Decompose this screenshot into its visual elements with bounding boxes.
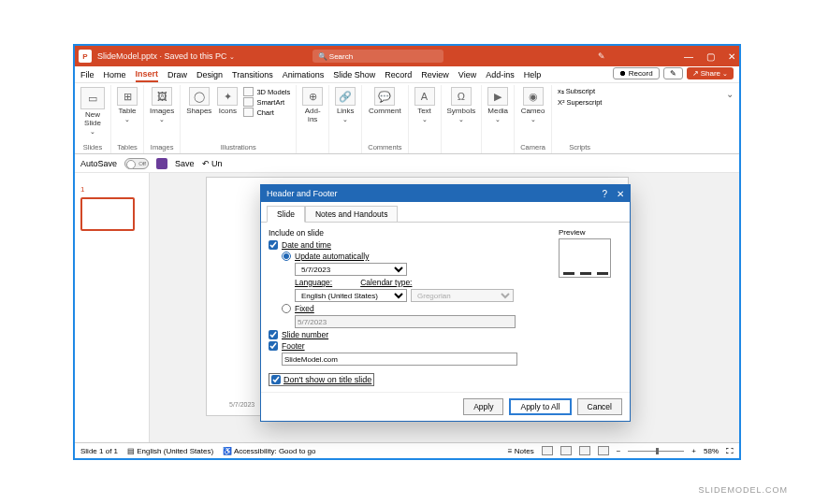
undo-button[interactable]: ↶ Un <box>202 159 223 168</box>
zoom-in-button[interactable]: + <box>691 447 696 455</box>
notes-button[interactable]: ≡ Notes <box>508 447 534 455</box>
window-maximize[interactable]: ▢ <box>706 51 715 62</box>
symbols-icon: Ω <box>451 87 472 106</box>
preview-label: Preview <box>559 228 585 237</box>
tab-home[interactable]: Home <box>104 68 126 81</box>
apply-button[interactable]: Apply <box>463 398 503 415</box>
text-icon: A <box>414 87 435 106</box>
group-label-images: Images <box>151 143 174 151</box>
media-icon: ▶ <box>487 87 508 106</box>
dialog-title: Header and Footer <box>267 189 338 198</box>
editing-mode-button[interactable]: ✎ <box>663 67 683 79</box>
dialog-tab-notes[interactable]: Notes and Handouts <box>305 206 399 223</box>
dialog-tab-slide[interactable]: Slide <box>267 206 305 223</box>
tab-transitions[interactable]: Transitions <box>232 68 273 81</box>
links-button[interactable]: 🔗Links⌄ <box>335 87 356 123</box>
thumbnail-pane: 1 <box>75 173 150 442</box>
zoom-slider[interactable] <box>628 451 684 452</box>
dialog-help-button[interactable]: ? <box>602 189 607 199</box>
slide-thumbnail-number: 1 <box>80 185 84 194</box>
smartart-button[interactable]: SmartArt <box>243 97 290 107</box>
table-icon: ⊞ <box>117 87 138 106</box>
group-label-slides: Slides <box>83 143 102 151</box>
3d-icon <box>243 87 254 96</box>
tab-animations[interactable]: Animations <box>283 68 325 81</box>
shapes-button[interactable]: ◯Shapes <box>186 87 211 115</box>
share-button[interactable]: ↗ Share ⌄ <box>687 67 734 79</box>
text-button[interactable]: AText⌄ <box>414 87 435 123</box>
record-button[interactable]: ⏺ Record <box>613 67 660 79</box>
group-label-illustrations: Illustrations <box>221 143 256 151</box>
autosave-toggle[interactable]: Off <box>124 158 149 169</box>
calendar-select[interactable]: Gregorian <box>411 289 514 302</box>
table-button[interactable]: ⊞Table⌄ <box>117 87 138 123</box>
superscript-button[interactable]: X² Superscript <box>558 98 603 107</box>
tab-slideshow[interactable]: Slide Show <box>333 68 375 81</box>
accessibility-status[interactable]: ♿ Accessibility: Good to go <box>223 447 315 455</box>
date-time-checkbox[interactable] <box>269 240 278 250</box>
header-footer-dialog: Header and Footer ? ✕ Slide Notes and Ha… <box>260 184 631 422</box>
tab-record[interactable]: Record <box>385 68 412 81</box>
fixed-radio[interactable] <box>282 304 291 313</box>
dialog-close-button[interactable]: ✕ <box>617 189 624 199</box>
language-status[interactable]: ▤ English (United States) <box>127 447 213 455</box>
ribbon-collapse[interactable]: ⌄ <box>720 85 739 153</box>
comment-button[interactable]: 💬Comment <box>369 87 401 115</box>
dont-show-title-label: Don't show on title slide <box>283 375 371 384</box>
fixed-date-input[interactable] <box>295 315 516 328</box>
new-slide-icon: ▭ <box>80 87 105 109</box>
view-reading-button[interactable] <box>579 446 590 455</box>
tab-help[interactable]: Help <box>524 68 542 81</box>
cancel-button[interactable]: Cancel <box>577 398 622 415</box>
slide-counter: Slide 1 of 1 <box>80 447 118 455</box>
footer-text-input[interactable] <box>282 353 517 366</box>
search-box[interactable]: 🔍 Search <box>313 50 443 63</box>
save-icon[interactable] <box>156 158 167 169</box>
fit-to-window-button[interactable]: ⛶ <box>726 447 734 455</box>
dont-show-title-checkbox[interactable] <box>271 375 281 384</box>
zoom-percent[interactable]: 58% <box>704 447 719 455</box>
tab-review[interactable]: Review <box>421 68 449 81</box>
footer-checkbox[interactable] <box>269 341 278 351</box>
dialog-titlebar[interactable]: Header and Footer ? ✕ <box>261 185 630 202</box>
shapes-icon: ◯ <box>189 87 210 106</box>
tab-insert[interactable]: Insert <box>136 67 159 82</box>
apply-to-all-button[interactable]: Apply to All <box>509 398 571 415</box>
date-format-select[interactable]: 5/7/2023 <box>295 263 407 276</box>
icons-button[interactable]: ✦Icons <box>217 87 238 115</box>
language-select[interactable]: English (United States) <box>295 289 407 302</box>
titlebar: P SlideModel.pptx · Saved to this PC ⌄ 🔍… <box>75 46 739 66</box>
slide-number-label: Slide number <box>282 330 328 339</box>
tab-design[interactable]: Design <box>196 68 223 81</box>
include-on-slide-label: Include on slide <box>269 228 551 238</box>
date-time-label: Date and time <box>282 240 331 250</box>
zoom-out-button[interactable]: − <box>617 447 621 455</box>
links-icon: 🔗 <box>335 87 356 106</box>
addins-button[interactable]: ⊕Add- ins <box>302 87 323 123</box>
tab-file[interactable]: File <box>80 68 94 81</box>
tab-draw[interactable]: Draw <box>167 68 187 81</box>
window-close[interactable]: ✕ <box>728 51 735 62</box>
new-slide-button[interactable]: ▭New Slide⌄ <box>80 87 105 136</box>
slide-number-checkbox[interactable] <box>269 330 278 339</box>
view-normal-button[interactable] <box>542 446 553 455</box>
quick-access-row: AutoSave Off Save ↶ Un <box>75 154 739 173</box>
window-minimize[interactable]: — <box>684 51 693 62</box>
view-sorter-button[interactable] <box>560 446 572 455</box>
chart-button[interactable]: Chart <box>243 108 290 117</box>
cameo-button[interactable]: ◉Cameo⌄ <box>521 87 545 123</box>
tab-view[interactable]: View <box>458 68 476 81</box>
symbols-button[interactable]: ΩSymbols⌄ <box>447 87 476 123</box>
update-auto-radio[interactable] <box>282 252 291 261</box>
subscript-button[interactable]: x₂ Subscript <box>558 87 603 95</box>
images-button[interactable]: 🖼Images⌄ <box>150 87 174 123</box>
media-button[interactable]: ▶Media⌄ <box>487 87 508 123</box>
edit-icon[interactable]: ✎ <box>598 51 605 61</box>
icons-icon: ✦ <box>217 87 238 106</box>
slide-thumbnail[interactable] <box>80 197 135 231</box>
tab-addins[interactable]: Add-ins <box>486 68 515 81</box>
calendar-label: Calendar type: <box>360 278 412 287</box>
group-label-comments: Comments <box>368 143 401 151</box>
view-slideshow-button[interactable] <box>598 446 609 455</box>
3dmodels-button[interactable]: 3D Models <box>243 87 290 96</box>
